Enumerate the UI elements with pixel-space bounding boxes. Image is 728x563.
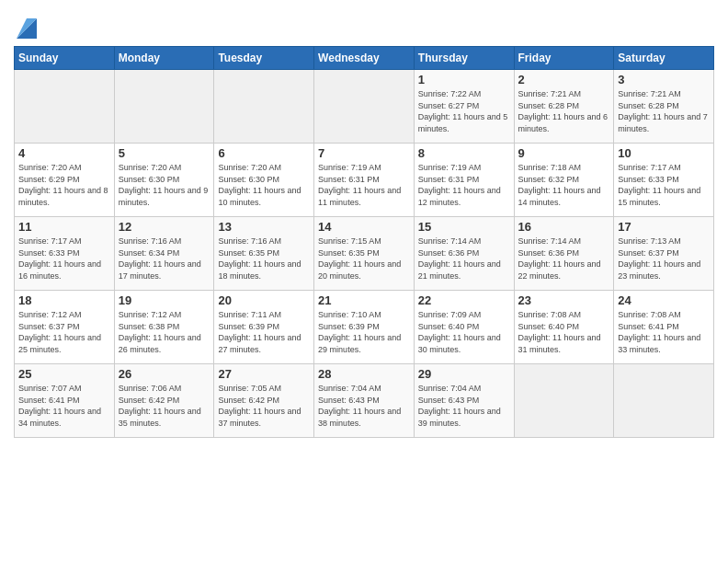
day-number: 13	[218, 220, 310, 234]
day-info: Sunrise: 7:21 AM Sunset: 6:28 PM Dayligh…	[518, 88, 610, 134]
header-cell-friday: Friday	[514, 47, 614, 70]
header-cell-thursday: Thursday	[414, 47, 514, 70]
day-info: Sunrise: 7:19 AM Sunset: 6:31 PM Dayligh…	[418, 162, 510, 208]
day-info: Sunrise: 7:20 AM Sunset: 6:29 PM Dayligh…	[18, 162, 110, 208]
day-number: 28	[318, 367, 410, 381]
day-number: 29	[418, 367, 510, 381]
header-cell-monday: Monday	[114, 47, 214, 70]
calendar-cell: 14Sunrise: 7:15 AM Sunset: 6:35 PM Dayli…	[314, 217, 415, 291]
day-info: Sunrise: 7:16 AM Sunset: 6:35 PM Dayligh…	[218, 236, 310, 282]
day-info: Sunrise: 7:04 AM Sunset: 6:43 PM Dayligh…	[318, 383, 410, 429]
day-info: Sunrise: 7:07 AM Sunset: 6:41 PM Dayligh…	[18, 383, 110, 429]
day-number: 24	[618, 293, 710, 307]
day-info: Sunrise: 7:17 AM Sunset: 6:33 PM Dayligh…	[618, 162, 710, 208]
day-number: 5	[119, 146, 210, 160]
page: SundayMondayTuesdayWednesdayThursdayFrid…	[0, 0, 728, 563]
day-info: Sunrise: 7:17 AM Sunset: 6:33 PM Dayligh…	[18, 236, 110, 282]
calendar-cell: 19Sunrise: 7:12 AM Sunset: 6:38 PM Dayli…	[114, 291, 214, 364]
calendar-cell	[614, 364, 714, 438]
day-info: Sunrise: 7:14 AM Sunset: 6:36 PM Dayligh…	[518, 236, 610, 282]
day-number: 20	[218, 293, 310, 307]
week-row-1: 4Sunrise: 7:20 AM Sunset: 6:29 PM Daylig…	[15, 144, 714, 217]
calendar-cell: 16Sunrise: 7:14 AM Sunset: 6:36 PM Dayli…	[514, 217, 614, 291]
day-number: 23	[518, 293, 610, 307]
header-cell-sunday: Sunday	[15, 47, 115, 70]
day-number: 17	[618, 220, 710, 234]
day-info: Sunrise: 7:20 AM Sunset: 6:30 PM Dayligh…	[218, 162, 310, 208]
day-info: Sunrise: 7:05 AM Sunset: 6:42 PM Dayligh…	[218, 383, 310, 429]
day-number: 19	[119, 293, 210, 307]
calendar-cell	[114, 70, 214, 144]
day-number: 11	[18, 220, 110, 234]
calendar-cell: 15Sunrise: 7:14 AM Sunset: 6:36 PM Dayli…	[414, 217, 514, 291]
calendar-cell: 25Sunrise: 7:07 AM Sunset: 6:41 PM Dayli…	[15, 364, 115, 438]
day-number: 25	[18, 367, 110, 381]
calendar-cell: 2Sunrise: 7:21 AM Sunset: 6:28 PM Daylig…	[514, 70, 614, 144]
day-info: Sunrise: 7:12 AM Sunset: 6:37 PM Dayligh…	[18, 309, 110, 355]
calendar-cell: 17Sunrise: 7:13 AM Sunset: 6:37 PM Dayli…	[614, 217, 714, 291]
day-info: Sunrise: 7:08 AM Sunset: 6:41 PM Dayligh…	[618, 309, 710, 355]
header-cell-wednesday: Wednesday	[314, 47, 415, 70]
calendar-cell: 23Sunrise: 7:08 AM Sunset: 6:40 PM Dayli…	[514, 291, 614, 364]
calendar-cell: 20Sunrise: 7:11 AM Sunset: 6:39 PM Dayli…	[214, 291, 314, 364]
calendar-cell	[15, 70, 115, 144]
day-info: Sunrise: 7:21 AM Sunset: 6:28 PM Dayligh…	[618, 88, 710, 134]
header-cell-tuesday: Tuesday	[214, 47, 314, 70]
day-info: Sunrise: 7:18 AM Sunset: 6:32 PM Dayligh…	[518, 162, 610, 208]
logo-icon	[17, 9, 37, 39]
calendar-cell: 8Sunrise: 7:19 AM Sunset: 6:31 PM Daylig…	[414, 144, 514, 217]
calendar-cell: 28Sunrise: 7:04 AM Sunset: 6:43 PM Dayli…	[314, 364, 415, 438]
calendar-cell: 18Sunrise: 7:12 AM Sunset: 6:37 PM Dayli…	[15, 291, 115, 364]
calendar-cell	[214, 70, 314, 144]
day-number: 7	[318, 146, 410, 160]
day-number: 16	[518, 220, 610, 234]
day-number: 26	[119, 367, 210, 381]
calendar-cell: 13Sunrise: 7:16 AM Sunset: 6:35 PM Dayli…	[214, 217, 314, 291]
header-row: SundayMondayTuesdayWednesdayThursdayFrid…	[15, 47, 714, 70]
week-row-4: 25Sunrise: 7:07 AM Sunset: 6:41 PM Dayli…	[15, 364, 714, 438]
day-info: Sunrise: 7:16 AM Sunset: 6:34 PM Dayligh…	[119, 236, 210, 282]
day-info: Sunrise: 7:19 AM Sunset: 6:31 PM Dayligh…	[318, 162, 410, 208]
calendar-cell: 26Sunrise: 7:06 AM Sunset: 6:42 PM Dayli…	[114, 364, 214, 438]
day-number: 12	[119, 220, 210, 234]
calendar-table: SundayMondayTuesdayWednesdayThursdayFrid…	[14, 46, 714, 438]
logo	[14, 9, 37, 39]
calendar-cell: 29Sunrise: 7:04 AM Sunset: 6:43 PM Dayli…	[414, 364, 514, 438]
day-number: 14	[318, 220, 410, 234]
day-info: Sunrise: 7:08 AM Sunset: 6:40 PM Dayligh…	[518, 309, 610, 355]
calendar-cell	[314, 70, 415, 144]
day-number: 10	[618, 146, 710, 160]
day-info: Sunrise: 7:22 AM Sunset: 6:27 PM Dayligh…	[418, 88, 510, 134]
calendar-cell: 6Sunrise: 7:20 AM Sunset: 6:30 PM Daylig…	[214, 144, 314, 217]
week-row-0: 1Sunrise: 7:22 AM Sunset: 6:27 PM Daylig…	[15, 70, 714, 144]
day-info: Sunrise: 7:06 AM Sunset: 6:42 PM Dayligh…	[119, 383, 210, 429]
day-info: Sunrise: 7:09 AM Sunset: 6:40 PM Dayligh…	[418, 309, 510, 355]
week-row-3: 18Sunrise: 7:12 AM Sunset: 6:37 PM Dayli…	[15, 291, 714, 364]
calendar-cell: 9Sunrise: 7:18 AM Sunset: 6:32 PM Daylig…	[514, 144, 614, 217]
day-info: Sunrise: 7:04 AM Sunset: 6:43 PM Dayligh…	[418, 383, 510, 429]
calendar-cell	[514, 364, 614, 438]
day-info: Sunrise: 7:13 AM Sunset: 6:37 PM Dayligh…	[618, 236, 710, 282]
calendar-cell: 11Sunrise: 7:17 AM Sunset: 6:33 PM Dayli…	[15, 217, 115, 291]
calendar-cell: 7Sunrise: 7:19 AM Sunset: 6:31 PM Daylig…	[314, 144, 415, 217]
calendar-cell: 5Sunrise: 7:20 AM Sunset: 6:30 PM Daylig…	[114, 144, 214, 217]
day-info: Sunrise: 7:11 AM Sunset: 6:39 PM Dayligh…	[218, 309, 310, 355]
day-number: 3	[618, 73, 710, 86]
calendar-cell: 1Sunrise: 7:22 AM Sunset: 6:27 PM Daylig…	[414, 70, 514, 144]
calendar-cell: 22Sunrise: 7:09 AM Sunset: 6:40 PM Dayli…	[414, 291, 514, 364]
calendar-cell: 3Sunrise: 7:21 AM Sunset: 6:28 PM Daylig…	[614, 70, 714, 144]
calendar-cell: 4Sunrise: 7:20 AM Sunset: 6:29 PM Daylig…	[15, 144, 115, 217]
day-number: 9	[518, 146, 610, 160]
calendar-cell: 27Sunrise: 7:05 AM Sunset: 6:42 PM Dayli…	[214, 364, 314, 438]
day-number: 21	[318, 293, 410, 307]
day-info: Sunrise: 7:14 AM Sunset: 6:36 PM Dayligh…	[418, 236, 510, 282]
day-number: 8	[418, 146, 510, 160]
week-row-2: 11Sunrise: 7:17 AM Sunset: 6:33 PM Dayli…	[15, 217, 714, 291]
calendar-cell: 10Sunrise: 7:17 AM Sunset: 6:33 PM Dayli…	[614, 144, 714, 217]
day-number: 2	[518, 73, 610, 86]
day-number: 18	[18, 293, 110, 307]
day-info: Sunrise: 7:15 AM Sunset: 6:35 PM Dayligh…	[318, 236, 410, 282]
day-number: 15	[418, 220, 510, 234]
day-number: 6	[218, 146, 310, 160]
day-number: 4	[18, 146, 110, 160]
